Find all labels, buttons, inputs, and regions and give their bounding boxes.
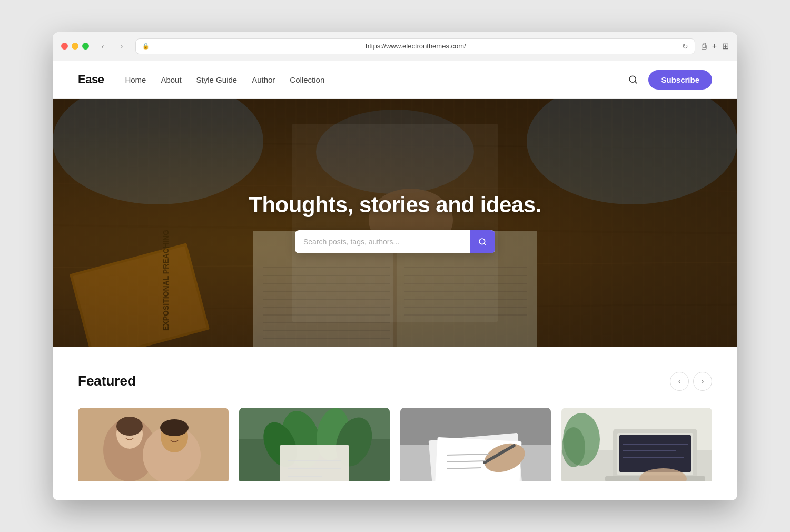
card-thumbnail-3 [400, 408, 551, 481]
nav-item-style-guide[interactable]: Style Guide [196, 75, 238, 84]
nav-right: Subscribe [628, 70, 712, 90]
featured-card-4[interactable] [561, 408, 712, 484]
new-tab-icon[interactable]: + [712, 42, 717, 51]
featured-section: Featured ‹ › [53, 347, 737, 500]
card-thumbnail-4 [561, 408, 712, 481]
card-thumbnail-2 [239, 408, 390, 481]
featured-header: Featured ‹ › [78, 372, 712, 391]
svg-rect-70 [619, 435, 691, 472]
website: Ease Home About Style Guide Author Colle… [53, 61, 737, 500]
nav-item-home[interactable]: Home [125, 75, 146, 84]
search-icon [628, 75, 638, 84]
search-icon [478, 238, 487, 246]
url-text: https://www.electronthemes.com/ [153, 42, 679, 50]
svg-rect-46 [78, 408, 229, 481]
hero-search-bar [295, 230, 495, 253]
site-navigation: Ease Home About Style Guide Author Colle… [53, 61, 737, 99]
featured-card-2[interactable] [239, 408, 390, 484]
extensions-icon[interactable]: ⊞ [722, 41, 729, 51]
fullscreen-button[interactable] [82, 43, 89, 50]
browser-actions: ⎙ + ⊞ [702, 41, 729, 51]
minimize-button[interactable] [72, 43, 78, 50]
subscribe-button[interactable]: Subscribe [648, 70, 712, 90]
browser-window: ‹ › 🔒 https://www.electronthemes.com/ ↻ … [53, 32, 737, 500]
featured-navigation: ‹ › [670, 372, 712, 391]
svg-line-38 [484, 243, 486, 245]
nav-item-collection[interactable]: Collection [290, 75, 324, 84]
back-button[interactable]: ‹ [95, 39, 110, 54]
close-button[interactable] [61, 43, 68, 50]
traffic-lights [61, 43, 89, 50]
featured-card-1[interactable] [78, 408, 229, 484]
featured-title: Featured [78, 373, 136, 389]
featured-prev-button[interactable]: ‹ [670, 372, 689, 391]
svg-line-1 [635, 81, 637, 83]
card-thumbnail-1 [78, 408, 229, 481]
hero-title: Thoughts, stories and ideas. [249, 192, 541, 218]
hero-search-input[interactable] [295, 230, 470, 253]
featured-next-button[interactable]: › [693, 372, 712, 391]
forward-button[interactable]: › [114, 39, 129, 54]
browser-nav: ‹ › [95, 39, 129, 54]
search-icon-button[interactable] [628, 75, 638, 84]
hero-content: Thoughts, stories and ideas. [249, 192, 541, 253]
address-bar[interactable]: 🔒 https://www.electronthemes.com/ ↻ [135, 38, 695, 54]
featured-card-3[interactable] [400, 408, 551, 484]
nav-item-about[interactable]: About [161, 75, 181, 84]
svg-point-76 [562, 427, 585, 467]
hero-section: EXPOSITIONAL PREACHING Thoughts, stories… [53, 99, 737, 347]
browser-chrome: ‹ › 🔒 https://www.electronthemes.com/ ↻ … [53, 32, 737, 61]
reload-button[interactable]: ↻ [682, 42, 688, 51]
featured-cards [78, 408, 712, 484]
share-icon[interactable]: ⎙ [702, 42, 707, 51]
nav-item-author[interactable]: Author [252, 75, 275, 84]
nav-links: Home About Style Guide Author Collection [125, 75, 611, 84]
site-logo[interactable]: Ease [78, 73, 104, 86]
lock-icon: 🔒 [142, 43, 150, 50]
hero-search-button[interactable] [470, 230, 495, 253]
